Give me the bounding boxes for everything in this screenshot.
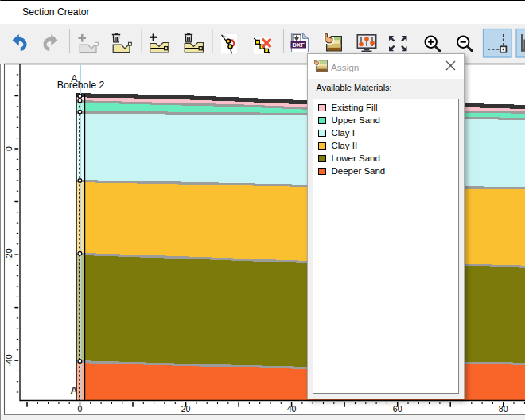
svg-text:0: 0 bbox=[4, 146, 14, 151]
svg-text:80: 80 bbox=[499, 404, 508, 414]
svg-text:DXF: DXF bbox=[293, 41, 305, 49]
svg-text:-20: -20 bbox=[4, 248, 14, 260]
svg-text:60: 60 bbox=[393, 404, 402, 414]
svg-text:20: 20 bbox=[181, 404, 191, 414]
svg-text:A: A bbox=[70, 385, 77, 396]
svg-text:40: 40 bbox=[287, 404, 297, 414]
svg-text:0: 0 bbox=[78, 404, 83, 414]
svg-text:-40: -40 bbox=[4, 354, 14, 366]
svg-text:Borehole 2: Borehole 2 bbox=[57, 80, 105, 91]
